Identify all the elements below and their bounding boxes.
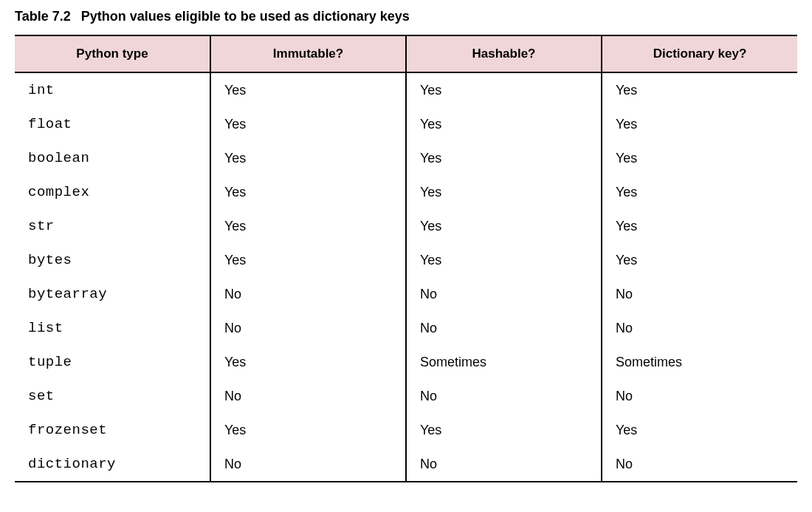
table-row: tupleYesSometimesSometimes bbox=[15, 345, 797, 379]
cell-immutable: No bbox=[210, 311, 406, 345]
cell-immutable: Yes bbox=[210, 413, 406, 447]
cell-dictkey: Yes bbox=[602, 413, 797, 447]
cell-immutable: Yes bbox=[210, 175, 406, 209]
table-row: dictionaryNoNoNo bbox=[15, 447, 797, 482]
cell-type: bytes bbox=[15, 243, 210, 277]
table-row: bytesYesYesYes bbox=[15, 243, 797, 277]
cell-hashable: Yes bbox=[406, 413, 602, 447]
cell-hashable: Yes bbox=[406, 175, 602, 209]
cell-hashable: No bbox=[406, 379, 602, 413]
cell-dictkey: No bbox=[602, 379, 797, 413]
col-header-type: Python type bbox=[15, 35, 210, 72]
cell-hashable: Yes bbox=[406, 209, 602, 243]
cell-type: boolean bbox=[15, 141, 210, 175]
cell-immutable: Yes bbox=[210, 72, 406, 107]
cell-hashable: Yes bbox=[406, 72, 602, 107]
table-row: bytearrayNoNoNo bbox=[15, 277, 797, 311]
cell-dictkey: Yes bbox=[602, 141, 797, 175]
cell-type: tuple bbox=[15, 345, 210, 379]
cell-dictkey: Yes bbox=[602, 209, 797, 243]
table-row: strYesYesYes bbox=[15, 209, 797, 243]
cell-hashable: Yes bbox=[406, 141, 602, 175]
cell-immutable: Yes bbox=[210, 141, 406, 175]
col-header-immutable: Immutable? bbox=[210, 35, 406, 72]
col-header-dictkey: Dictionary key? bbox=[602, 35, 797, 72]
cell-immutable: No bbox=[210, 379, 406, 413]
cell-immutable: Yes bbox=[210, 107, 406, 141]
cell-type: list bbox=[15, 311, 210, 345]
cell-dictkey: Sometimes bbox=[602, 345, 797, 379]
cell-dictkey: Yes bbox=[602, 243, 797, 277]
table-number: Table 7.2 bbox=[15, 9, 81, 24]
table-caption: Table 7.2Python values eligible to be us… bbox=[15, 9, 797, 24]
cell-hashable: No bbox=[406, 311, 602, 345]
cell-type: str bbox=[15, 209, 210, 243]
col-header-hashable: Hashable? bbox=[406, 35, 602, 72]
cell-immutable: Yes bbox=[210, 243, 406, 277]
cell-type: int bbox=[15, 72, 210, 107]
table-row: frozensetYesYesYes bbox=[15, 413, 797, 447]
cell-hashable: Yes bbox=[406, 107, 602, 141]
table-row: intYesYesYes bbox=[15, 72, 797, 107]
table-row: floatYesYesYes bbox=[15, 107, 797, 141]
cell-hashable: No bbox=[406, 277, 602, 311]
cell-type: complex bbox=[15, 175, 210, 209]
table-row: booleanYesYesYes bbox=[15, 141, 797, 175]
cell-type: set bbox=[15, 379, 210, 413]
cell-hashable: Sometimes bbox=[406, 345, 602, 379]
table-row: setNoNoNo bbox=[15, 379, 797, 413]
cell-dictkey: Yes bbox=[602, 175, 797, 209]
data-table: Python type Immutable? Hashable? Diction… bbox=[15, 35, 797, 482]
cell-type: frozenset bbox=[15, 413, 210, 447]
cell-hashable: Yes bbox=[406, 243, 602, 277]
cell-immutable: No bbox=[210, 447, 406, 482]
cell-immutable: Yes bbox=[210, 209, 406, 243]
table-header-row: Python type Immutable? Hashable? Diction… bbox=[15, 35, 797, 72]
cell-type: bytearray bbox=[15, 277, 210, 311]
cell-dictkey: Yes bbox=[602, 107, 797, 141]
cell-dictkey: Yes bbox=[602, 72, 797, 107]
table-title: Python values eligible to be used as dic… bbox=[81, 9, 410, 24]
cell-immutable: Yes bbox=[210, 345, 406, 379]
table-row: listNoNoNo bbox=[15, 311, 797, 345]
cell-dictkey: No bbox=[602, 277, 797, 311]
cell-immutable: No bbox=[210, 277, 406, 311]
cell-type: float bbox=[15, 107, 210, 141]
cell-dictkey: No bbox=[602, 447, 797, 482]
cell-type: dictionary bbox=[15, 447, 210, 482]
table-row: complexYesYesYes bbox=[15, 175, 797, 209]
cell-hashable: No bbox=[406, 447, 602, 482]
cell-dictkey: No bbox=[602, 311, 797, 345]
